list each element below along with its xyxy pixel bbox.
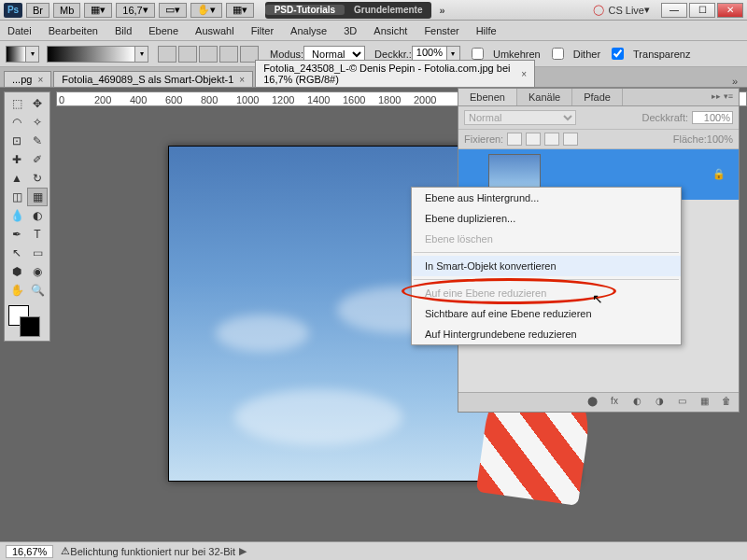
maximize-button[interactable]: ☐ [689, 3, 715, 18]
reverse-checkbox[interactable] [472, 48, 484, 60]
document-tab[interactable]: Fotolia_469089_S als Smart-Objekt-1× [53, 71, 253, 87]
workspace-tab-basics[interactable]: Grundelemente [345, 5, 431, 15]
bridge-button[interactable]: Br [26, 3, 49, 18]
menu-edit[interactable]: Bearbeiten [49, 25, 98, 36]
tool-zoom[interactable]: 🔍 [27, 281, 48, 300]
menu-view[interactable]: Ansicht [374, 25, 407, 36]
panel-menu-icon[interactable]: ▸▸ ▾≡ [706, 89, 739, 105]
delete-layer-icon[interactable]: 🗑 [718, 396, 735, 409]
gradient-picker-dropdown[interactable]: ▾ [135, 46, 148, 63]
tool-eraser[interactable]: ◫ [7, 188, 27, 206]
layer-fx-icon[interactable]: fx [606, 396, 623, 409]
document-tab-active[interactable]: Fotolia_243508_L-© Denis Pepin - Fotolia… [255, 60, 535, 87]
tool-3d-camera[interactable]: ◉ [27, 262, 48, 281]
screen-mode-button[interactable]: ▭▾ [159, 3, 187, 18]
gradient-tool-icon[interactable] [6, 46, 26, 63]
tool-history-brush[interactable]: ↻ [27, 169, 48, 188]
workspace-tab-tutorials[interactable]: PSD-Tutorials [265, 5, 345, 15]
cs-live-button[interactable]: CS Live ▾ [593, 4, 650, 16]
tool-shape[interactable]: ▭ [27, 244, 48, 262]
ctx-layer-from-bg[interactable]: Ebene aus Hintergrund... [412, 188, 681, 208]
fill-input[interactable]: 100% [707, 133, 733, 145]
reflected-gradient-button[interactable] [219, 46, 238, 63]
radial-gradient-button[interactable] [178, 46, 197, 63]
menu-window[interactable]: Fenster [424, 25, 458, 36]
menu-bar: Datei Bearbeiten Bild Ebene Auswahl Filt… [0, 21, 747, 41]
tool-pen[interactable]: ✒ [7, 225, 27, 244]
tool-gradient[interactable]: ▦ [27, 188, 48, 206]
tool-preset-dropdown[interactable]: ▾ [26, 46, 39, 63]
minibridge-button[interactable]: Mb [53, 3, 80, 18]
zoom-field[interactable]: 16,67% [6, 545, 53, 558]
new-layer-icon[interactable]: ▦ [696, 396, 712, 409]
tool-path[interactable]: ↖ [7, 244, 27, 262]
tool-move[interactable]: ✥ [27, 94, 48, 113]
tool-brush[interactable]: ✐ [27, 150, 48, 169]
tool-marquee[interactable]: ⬚ [7, 94, 27, 113]
menu-analysis[interactable]: Analyse [290, 25, 327, 36]
close-icon[interactable]: × [37, 75, 43, 85]
lock-pixels-icon[interactable] [507, 133, 522, 146]
menu-image[interactable]: Bild [115, 25, 132, 36]
arrange-button[interactable]: ▦▾ [226, 3, 254, 18]
close-icon[interactable]: × [521, 69, 527, 79]
tool-wand[interactable]: ✧ [27, 113, 48, 132]
menu-layer[interactable]: Ebene [148, 25, 178, 36]
layer-opacity-input[interactable]: 100% [692, 111, 733, 124]
tool-eyedropper[interactable]: ✎ [27, 132, 48, 150]
transparency-checkbox[interactable] [612, 48, 624, 60]
close-icon[interactable]: × [239, 75, 245, 85]
app-icon: Ps [4, 3, 22, 18]
panel-tab-channels[interactable]: Kanäle [517, 89, 572, 105]
document-tab[interactable]: ...pg× [4, 71, 51, 87]
adjustment-layer-icon[interactable]: ◑ [651, 396, 668, 409]
linear-gradient-button[interactable] [158, 46, 176, 63]
link-layers-icon[interactable]: ⬤ [584, 396, 600, 409]
tool-lasso[interactable]: ◠ [7, 113, 27, 132]
ctx-merge-visible[interactable]: Sichtbare auf eine Ebene reduzieren [412, 303, 681, 324]
tool-dodge[interactable]: ◐ [27, 206, 48, 225]
tool-blur[interactable]: 💧 [7, 206, 27, 225]
status-menu-icon[interactable]: ▶ [239, 545, 247, 557]
hand-tool-button[interactable]: ✋▾ [190, 3, 222, 18]
panel-tab-paths[interactable]: Pfade [572, 89, 623, 105]
menu-select[interactable]: Auswahl [195, 25, 234, 36]
minimize-button[interactable]: — [661, 3, 687, 18]
menu-file[interactable]: Datei [7, 25, 32, 36]
ctx-flatten[interactable]: Auf Hintergrundebene reduzieren [412, 324, 681, 344]
title-bar: Ps Br Mb ▦▾ 16,7 ▾ ▭▾ ✋▾ ▦▾ PSD-Tutorial… [0, 0, 747, 21]
close-button[interactable]: ✕ [717, 3, 743, 18]
color-swatches[interactable] [7, 305, 48, 339]
group-icon[interactable]: ▭ [673, 396, 690, 409]
tool-hand[interactable]: ✋ [7, 281, 27, 300]
angle-gradient-button[interactable] [199, 46, 218, 63]
reverse-label: Umkehren [493, 49, 541, 60]
ctx-convert-smart-object[interactable]: In Smart-Objekt konvertieren [412, 256, 681, 276]
status-bar: 16,67% ⚠ Belichtung funktioniert nur bei… [0, 541, 747, 560]
layer-blend-select[interactable]: Normal [464, 110, 576, 125]
panel-tab-layers[interactable]: Ebenen [458, 89, 517, 105]
workspace-switcher[interactable]: PSD-Tutorials Grundelemente [265, 2, 432, 19]
layers-bottom-bar: ⬤ fx ◐ ◑ ▭ ▦ 🗑 [458, 392, 739, 412]
separator [414, 252, 679, 253]
lock-full-icon[interactable] [563, 133, 578, 146]
dither-checkbox[interactable] [552, 48, 564, 60]
expand-workspaces-icon[interactable]: » [439, 5, 444, 16]
lock-position-icon[interactable] [526, 133, 541, 146]
layer-mask-icon[interactable]: ◐ [628, 396, 645, 409]
tool-crop[interactable]: ⊡ [7, 132, 27, 150]
tool-stamp[interactable]: ▲ [7, 169, 27, 188]
menu-filter[interactable]: Filter [251, 25, 274, 36]
menu-help[interactable]: Hilfe [476, 25, 497, 36]
lock-all-icon[interactable] [544, 133, 559, 146]
tool-3d[interactable]: ⬢ [7, 262, 27, 281]
menu-3d[interactable]: 3D [344, 25, 357, 36]
tabs-overflow-icon[interactable]: » [726, 76, 743, 87]
zoom-level-button[interactable]: 16,7 ▾ [116, 3, 154, 18]
gradient-preview[interactable] [47, 46, 135, 63]
view-grid-button[interactable]: ▦▾ [84, 3, 112, 18]
tool-heal[interactable]: ✚ [7, 150, 27, 169]
tool-type[interactable]: T [27, 225, 48, 244]
ctx-duplicate-layer[interactable]: Ebene duplizieren... [412, 208, 681, 229]
background-color[interactable] [20, 316, 40, 337]
